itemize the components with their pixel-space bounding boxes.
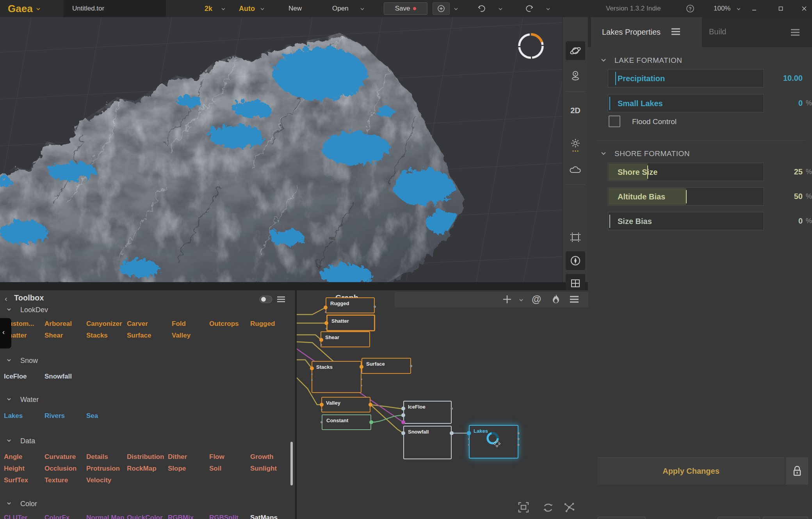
slider-handle[interactable] [686,190,687,203]
toolbox-item[interactable]: Normal Map [86,514,124,519]
toolbox-item[interactable]: ColorFx [45,514,69,519]
toolbox-item[interactable]: Protrusion [86,465,120,473]
toolbox-item[interactable]: Growth [250,453,274,461]
toolbox-menu-icon[interactable] [276,295,286,305]
add-resource-button[interactable] [433,2,450,15]
compass-icon[interactable] [566,251,585,270]
build-mode-dropdown[interactable]: Auto [239,0,255,17]
toolbox-item[interactable]: Shear [45,332,63,339]
remember-button[interactable]: Remember [598,517,646,519]
chevron-down-icon[interactable] [546,7,550,11]
defaults-button[interactable]: Defaults [763,517,808,519]
orbit-view-icon[interactable] [566,41,585,60]
chevron-down-icon[interactable] [6,501,12,508]
rebuild-icon[interactable] [542,501,554,515]
toolbox-item[interactable]: Carver [127,320,148,328]
toolbox-item[interactable]: Slope [168,465,186,473]
toolbox-item[interactable]: SurfTex [4,476,28,484]
toolbox-item[interactable]: Velocity [86,476,111,484]
node-shear[interactable]: Shear [321,331,370,347]
toolbox-item[interactable]: Occlusion [45,465,77,473]
chevron-down-icon[interactable] [498,7,502,11]
lock-button[interactable] [786,457,808,485]
section-lake-formation[interactable]: LAKE FORMATION [614,56,682,65]
2d-view-button[interactable]: 2D [566,101,585,120]
node-stacks[interactable]: Stacks [312,361,361,393]
toolbox-item[interactable]: Flow [209,453,224,461]
toolbox-item[interactable]: Texture [45,476,68,484]
toolbox-item[interactable]: RockMap [127,465,157,473]
toolbox-item[interactable]: Details [86,453,108,461]
chevron-down-icon[interactable] [736,7,740,11]
tab-menu-icon[interactable] [671,28,681,37]
zoom-dropdown[interactable]: 100% [714,0,730,17]
section-shore-formation[interactable]: SHORE FORMATION [614,149,690,158]
node-rugged[interactable]: Rugged [326,297,375,313]
toolbox-item[interactable]: Valley [172,332,191,339]
chevron-down-icon[interactable] [6,307,12,314]
flood-control-checkbox[interactable] [609,116,620,127]
node-constant[interactable]: Constant [322,414,371,430]
chevron-down-icon[interactable] [221,7,225,11]
toolbox-item[interactable]: Sunlight [250,465,277,473]
toolbox-item[interactable]: Sea [86,412,98,420]
location-pin-icon[interactable] [566,66,585,85]
field-small-lakes[interactable]: Small Lakes [608,94,764,112]
layout-nodes-icon[interactable] [563,501,575,515]
node-valley[interactable]: Valley [321,397,370,412]
toolbox-item[interactable]: CLUTer [4,514,27,519]
sun-lighting-icon[interactable] [566,136,585,155]
toolbox-flyout-handle[interactable]: ‹ [0,318,11,348]
field-altitude-bias[interactable]: Altitude Bias [608,187,764,206]
toolbox-item[interactable]: Canyonizer [86,320,122,328]
node-surface[interactable]: Surface [361,358,411,374]
chevron-down-icon[interactable] [6,438,12,445]
toolbox-item[interactable]: Stacks [86,332,108,339]
chevron-down-icon[interactable] [360,7,364,11]
toolbox-item[interactable]: SatMaps [250,514,278,519]
frame-region-icon[interactable] [566,228,585,247]
toolbox-item[interactable]: Rugged [250,320,275,328]
help-icon[interactable]: ? [686,4,695,15]
toolbox-item[interactable]: Rivers [45,412,65,420]
app-menu[interactable]: Gaea [8,0,40,17]
section-snow[interactable]: Snow [20,357,38,365]
cloud-icon[interactable] [566,160,585,179]
toolbox-item[interactable]: Height [4,465,25,473]
3d-terrain-viewport[interactable] [0,17,562,282]
redo-icon[interactable] [525,4,534,15]
field-shore-size[interactable]: Shore Size [608,163,764,181]
build-menu-icon[interactable] [790,28,800,38]
toolbox-item[interactable]: Snowfall [45,373,72,380]
toolbox-item[interactable]: Angle [4,453,22,461]
save-button[interactable]: Save [384,2,427,15]
maximize-button[interactable] [773,0,789,17]
chevron-down-icon[interactable] [6,396,12,403]
chevron-down-icon[interactable] [600,57,607,65]
tab-build[interactable]: Build [709,27,726,36]
new-button[interactable]: New [288,0,302,17]
layout-grid-icon[interactable] [566,274,585,293]
undo-icon[interactable] [477,4,486,15]
toolbox-item[interactable]: Distribution [127,453,164,461]
field-precipitation[interactable]: Precipitation [608,69,764,87]
field-size-bias[interactable]: Size Bias [608,212,764,230]
toolbox-item[interactable]: Lakes [4,412,23,420]
fit-view-icon[interactable] [517,501,530,515]
collapse-panel-icon[interactable]: ‹ [5,294,7,303]
open-button[interactable]: Open [332,0,349,17]
toolbox-item[interactable]: QuickColor [127,514,163,519]
toolbox-item[interactable]: Dither [168,453,187,461]
chevron-down-icon[interactable] [600,150,607,158]
minimize-button[interactable] [746,0,762,17]
toolbox-item[interactable]: Curvature [45,453,76,461]
node-shatter[interactable]: Shatter [326,315,375,331]
document-tab[interactable]: Untitled.tor [64,0,166,17]
section-water[interactable]: Water [20,396,39,404]
resolution-dropdown[interactable]: 2k [205,0,212,17]
node-snowfall[interactable]: Snowfall [403,426,452,459]
revert-button[interactable]: Revert [718,517,760,519]
toolbox-item[interactable]: Arboreal [45,320,72,328]
toolbox-item[interactable]: Soil [209,465,221,473]
section-lookdev[interactable]: LookDev [20,306,48,314]
